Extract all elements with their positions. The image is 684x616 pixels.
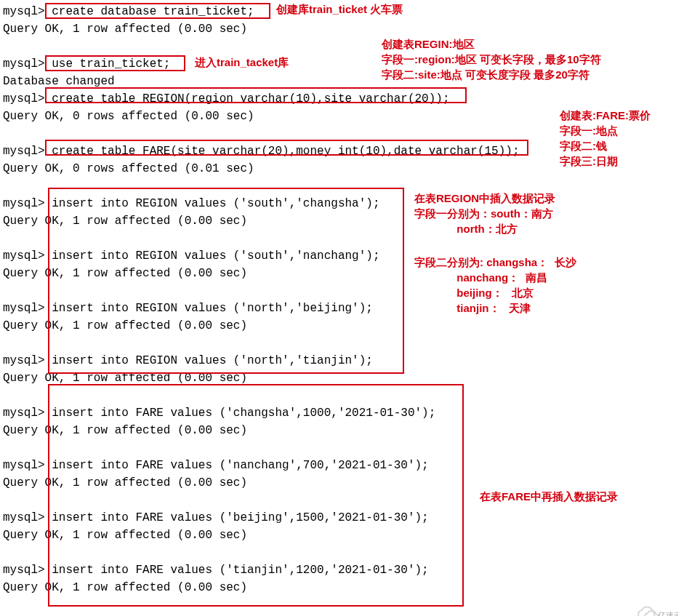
terminal-command-line: mysql> insert into REGION values ('south… [3,195,681,212]
terminal-command-line: mysql> insert into REGION values ('south… [3,247,681,265]
terminal-blank-line [3,335,681,352]
annot-create-db: 创建库train_ticket 火车票 [276,1,403,17]
terminal-command-line: mysql> insert into FARE values ('nanchan… [3,457,681,474]
mysql-terminal[interactable]: mysql> create database train_ticket;Quer… [3,3,681,616]
annot-region-title: 创建表REGIN:地区 字段一:region:地区 可变长字段，最多10字符 字… [382,36,601,82]
terminal-output-line: Query OK, 1 row affected (0.00 sec) [3,20,681,38]
terminal-command-line: mysql> insert into FARE values ('changsh… [3,404,681,422]
terminal-command-line: mysql> insert into REGION values ('north… [3,300,681,317]
annot-use-db: 进入train_tacket库 [195,55,289,70]
terminal-blank-line [3,387,681,404]
terminal-output-line: Query OK, 1 row affected (0.00 sec) [3,422,681,439]
terminal-command-line: mysql> insert into FARE values ('beijing… [3,509,681,527]
terminal-blank-line [3,439,681,457]
annot-fare-title: 创建表:FARE:票价 字段一:地点 字段二:钱 字段三:日期 [560,108,651,169]
annot-fare-insert: 在表FARE中再插入数据记录 [480,489,618,504]
terminal-blank-line [3,177,681,195]
annot-region-insert: 在表REGION中插入数据记录 字段一分别为：south：南方 north：北方 [414,191,555,236]
terminal-blank-line [3,596,681,614]
terminal-blank-line [3,282,681,300]
terminal-output-line: Query OK, 1 row affected (0.00 sec) [3,369,681,387]
terminal-output-line: Query OK, 1 row affected (0.00 sec) [3,579,681,596]
terminal-output-line: Query OK, 1 row affected (0.00 sec) [3,265,681,282]
terminal-output-line: Query OK, 1 row affected (0.00 sec) [3,212,681,230]
terminal-output-line: Query OK, 1 row affected (0.00 sec) [3,317,681,335]
terminal-blank-line [3,544,681,561]
terminal-command-line: mysql> insert into FARE values ('tianjin… [3,561,681,579]
terminal-command-line: mysql> create table REGION(region varcha… [3,90,681,108]
annot-region-cities: 字段二分别为: changsha： 长沙 nanchang： 南昌 beijin… [414,255,576,316]
terminal-command-line: mysql> insert into REGION values ('north… [3,352,681,369]
terminal-output-line: Query OK, 1 row affected (0.00 sec) [3,527,681,544]
terminal-blank-line [3,230,681,247]
